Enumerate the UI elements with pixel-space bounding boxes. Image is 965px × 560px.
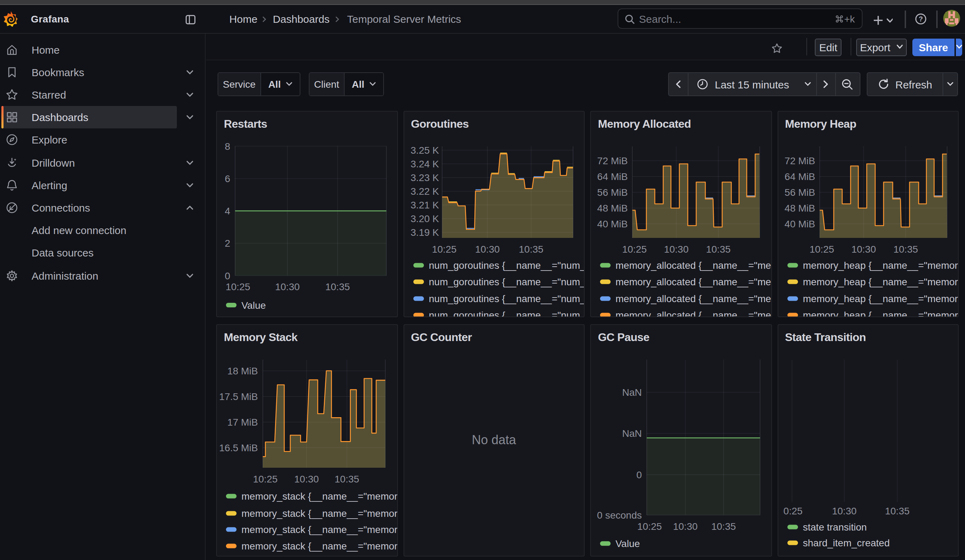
svg-text:18 MiB: 18 MiB xyxy=(227,365,258,376)
svg-text:10:35: 10:35 xyxy=(335,473,359,484)
svg-text:10:35: 10:35 xyxy=(706,243,731,255)
svg-text:10:30: 10:30 xyxy=(275,281,300,292)
svg-text:memory_allocated {__name__="me: memory_allocated {__name__="memo xyxy=(615,309,772,317)
svg-text:48 MiB: 48 MiB xyxy=(597,202,628,213)
svg-text:memory_allocated {__name__="me: memory_allocated {__name__="memo xyxy=(615,260,772,271)
svg-text:num_goroutines {__name__="num_: num_goroutines {__name__="num_go xyxy=(429,260,585,271)
svg-text:?: ? xyxy=(919,15,923,23)
svg-text:10:25: 10:25 xyxy=(622,243,647,255)
svg-text:memory_heap {__name__="memory_: memory_heap {__name__="memory_h xyxy=(803,309,959,317)
svg-text:memory_stack {__name__="memory: memory_stack {__name__="memory_s xyxy=(241,524,397,535)
svg-text:3.25 K: 3.25 K xyxy=(410,145,438,155)
svg-text:Value: Value xyxy=(615,538,640,549)
svg-text:num_goroutines {__name__="num_: num_goroutines {__name__="num_go xyxy=(429,276,585,287)
svg-text:64 MiB: 64 MiB xyxy=(597,171,628,182)
svg-text:NaN: NaN xyxy=(622,387,642,398)
svg-text:0: 0 xyxy=(636,469,642,480)
svg-text:10:35: 10:35 xyxy=(893,243,918,255)
svg-text:10:25: 10:25 xyxy=(432,243,456,255)
svg-text:3.21 K: 3.21 K xyxy=(410,199,438,210)
svg-text:48 MiB: 48 MiB xyxy=(784,202,815,213)
svg-text:17 MiB: 17 MiB xyxy=(227,416,258,427)
svg-text:6: 6 xyxy=(224,173,230,184)
svg-text:10:25: 10:25 xyxy=(637,521,662,532)
svg-text:state transition: state transition xyxy=(803,521,867,532)
svg-text:2: 2 xyxy=(224,238,230,248)
svg-text:10:30: 10:30 xyxy=(832,505,856,516)
svg-text:10:30: 10:30 xyxy=(475,243,499,255)
svg-text:10:25: 10:25 xyxy=(809,243,834,255)
svg-text:NaN: NaN xyxy=(622,428,642,439)
svg-text:16.5 MiB: 16.5 MiB xyxy=(219,442,258,453)
svg-text:40 MiB: 40 MiB xyxy=(784,218,815,229)
svg-text:0 seconds: 0 seconds xyxy=(597,509,642,520)
svg-text:num_goroutines {__name__="num_: num_goroutines {__name__="num_go xyxy=(429,309,585,317)
svg-text:10:30: 10:30 xyxy=(294,473,319,484)
svg-text:0: 0 xyxy=(224,270,230,281)
svg-text:10:35: 10:35 xyxy=(885,505,909,516)
svg-text:10:25: 10:25 xyxy=(226,281,250,292)
svg-text:17.5 MiB: 17.5 MiB xyxy=(219,391,258,402)
svg-text:memory_stack {__name__="memory: memory_stack {__name__="memory_s xyxy=(241,491,397,501)
svg-text:memory_stack {__name__="memory: memory_stack {__name__="memory_s xyxy=(241,508,397,519)
svg-text:num_goroutines {__name__="num_: num_goroutines {__name__="num_go xyxy=(429,293,585,304)
svg-text:8: 8 xyxy=(224,141,230,152)
svg-text:3.19 K: 3.19 K xyxy=(410,227,438,238)
svg-text:40 MiB: 40 MiB xyxy=(597,218,628,229)
svg-text:3.23 K: 3.23 K xyxy=(410,172,438,183)
svg-text:shard_item_created: shard_item_created xyxy=(803,537,889,548)
svg-text:10:35: 10:35 xyxy=(325,281,350,292)
svg-text:10:30: 10:30 xyxy=(664,243,689,255)
svg-text:72 MiB: 72 MiB xyxy=(597,155,628,166)
svg-text:memory_allocated {__name__="me: memory_allocated {__name__="memo xyxy=(615,293,772,304)
svg-text:10:30: 10:30 xyxy=(851,243,875,255)
svg-text:4: 4 xyxy=(224,205,230,216)
svg-text:Value: Value xyxy=(241,300,266,310)
svg-text:3.24 K: 3.24 K xyxy=(410,158,438,169)
svg-text:memory_allocated {__name__="me: memory_allocated {__name__="memo xyxy=(615,276,772,287)
svg-text:64 MiB: 64 MiB xyxy=(784,171,815,182)
svg-text:memory_heap {__name__="memory_: memory_heap {__name__="memory_h xyxy=(803,293,959,304)
svg-text:memory_heap {__name__="memory_: memory_heap {__name__="memory_h xyxy=(803,276,959,287)
svg-text:10:35: 10:35 xyxy=(518,243,543,255)
svg-text:3.20 K: 3.20 K xyxy=(410,213,438,224)
svg-text:memory_stack {__name__="memory: memory_stack {__name__="memory_s xyxy=(241,540,397,551)
svg-text:56 MiB: 56 MiB xyxy=(597,187,628,198)
svg-text:10:35: 10:35 xyxy=(711,521,736,532)
svg-text:3.22 K: 3.22 K xyxy=(410,186,438,196)
svg-text:10:25: 10:25 xyxy=(253,473,278,484)
svg-text:72 MiB: 72 MiB xyxy=(784,155,815,166)
svg-text:0:25: 0:25 xyxy=(783,505,803,516)
svg-text:56 MiB: 56 MiB xyxy=(784,187,815,198)
svg-text:10:30: 10:30 xyxy=(673,521,698,532)
svg-text:memory_heap {__name__="memory_: memory_heap {__name__="memory_h xyxy=(803,260,959,271)
